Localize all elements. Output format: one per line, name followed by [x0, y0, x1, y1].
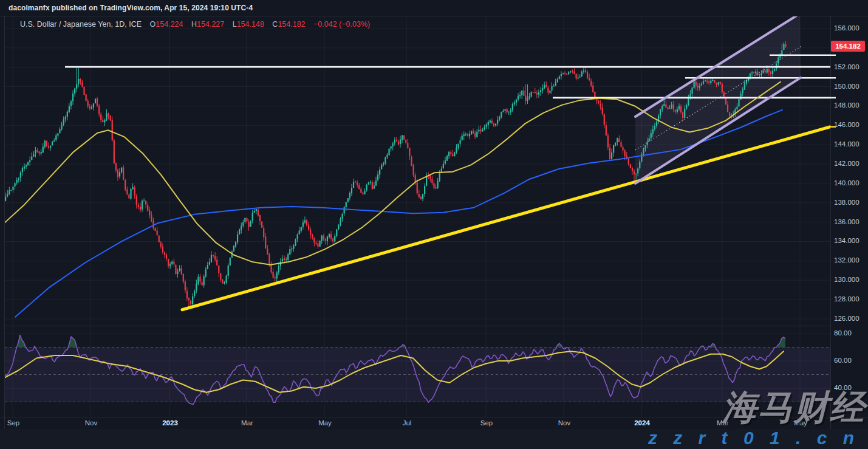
chart-canvas[interactable]: [0, 0, 868, 449]
time-axis-label: Mar: [241, 419, 253, 427]
time-axis-label: Nov: [558, 419, 570, 427]
low-value: 154.148: [237, 20, 264, 29]
time-axis-label: 2024: [634, 419, 650, 427]
price-axis-label: 146.000: [834, 121, 859, 128]
price-axis-label: 138.000: [834, 199, 859, 206]
price-axis-label: 152.000: [834, 63, 859, 70]
price-axis-label: 128.000: [834, 295, 859, 303]
price-axis-label: 142.000: [834, 160, 859, 167]
time-axis-label: May: [318, 419, 332, 427]
time-axis-label: Sep: [480, 419, 493, 427]
price-axis-label: 148.000: [834, 101, 859, 109]
symbol-title[interactable]: U.S. Dollar / Japanese Yen, 1D, ICE: [20, 20, 142, 29]
rsi-axis-label: 80.00: [834, 329, 852, 337]
time-axis-label: Sep: [7, 419, 19, 427]
price-axis-label: 156.000: [834, 24, 859, 32]
close-value: 154.182: [278, 20, 305, 29]
price-axis-label: 150.000: [834, 83, 859, 90]
time-axis-label: Nov: [85, 419, 97, 427]
watermark-site-url: z z r t 0 1 . c n: [648, 429, 859, 447]
candlestick-series: [1, 41, 787, 308]
change-value: −0.042 (−0.03%): [313, 20, 370, 29]
symbol-legend: U.S. Dollar / Japanese Yen, 1D, ICE O154…: [20, 20, 370, 29]
price-axis-label: 126.000: [834, 315, 859, 322]
watermark-haima-caijing: 海马财经: [722, 390, 866, 425]
price-pane[interactable]: [0, 13, 830, 317]
open-value: 154.224: [155, 20, 183, 29]
price-axis-label: 134.000: [834, 237, 859, 244]
support-trendline: [182, 127, 830, 310]
tradingview-chart-snapshot: dacolmanfx published on TradingView.com,…: [0, 0, 868, 449]
price-axis-label: 136.000: [834, 218, 859, 225]
price-axis-label: 132.000: [834, 256, 859, 264]
last-price-badge: 154.182: [831, 41, 865, 52]
low-label: L: [233, 20, 237, 29]
footer-bar: TradingView z z r t 0 1 . c n: [0, 429, 868, 449]
rsi-axis-label: 60.00: [834, 357, 852, 364]
open-label: O: [150, 20, 156, 29]
price-axis-label: 140.000: [834, 179, 859, 187]
time-axis-label: Jul: [403, 419, 412, 427]
time-axis-label: 2023: [162, 419, 178, 427]
high-label: H: [191, 20, 197, 29]
price-axis-label: 130.000: [834, 276, 859, 283]
high-value: 154.227: [197, 20, 224, 29]
price-axis-label: 144.000: [834, 140, 859, 148]
